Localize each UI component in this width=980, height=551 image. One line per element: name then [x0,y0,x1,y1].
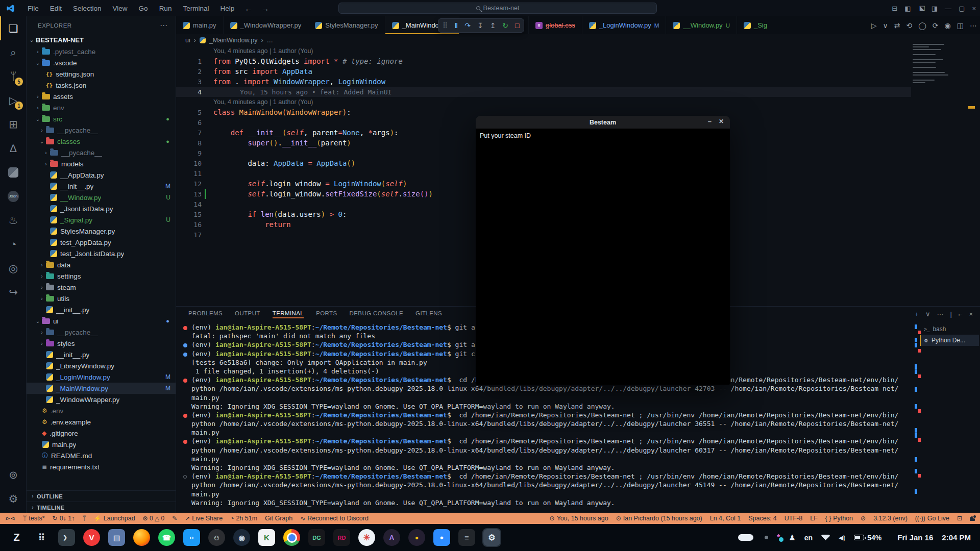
tree-item-tasks.json[interactable]: {} tasks.json [27,80,176,91]
tab-global.css[interactable]: #global.css [529,16,582,34]
breadcrumb[interactable]: ui›_MainWindow.py›… [176,34,980,46]
tree-item-classes[interactable]: ⌄ classes ● [27,136,176,147]
tree-item-_LibraryWindow.py[interactable]: _LibraryWindow.py [27,360,176,371]
step-into-icon[interactable]: ↧ [477,21,483,30]
taskbar-time[interactable]: 2:04 PM [942,533,971,542]
maximize-panel-icon[interactable]: ⌐ [959,310,963,318]
tree-item-env[interactable]: › env [27,102,176,113]
menu-go[interactable]: Go [133,5,154,12]
tab-main.py[interactable]: main.py [176,16,224,34]
status-python-interpreter[interactable]: 3.12.3 (env) [873,515,908,522]
tree-item-_JsonListData.py[interactable]: _JsonListData.py [27,203,176,214]
new-terminal-icon[interactable]: + [915,310,919,318]
status-git-sync[interactable]: ↻0↓ 1↑ [53,515,75,522]
run-python-file-icon[interactable]: ▷ [871,21,877,30]
python-icon[interactable] [0,160,27,184]
section-timeline[interactable]: ›TIMELINE [27,502,176,513]
krita-icon[interactable]: K [257,528,276,547]
show-apps-icon[interactable]: ⠿ [32,528,51,547]
json-icon[interactable]: Json [0,184,27,208]
status-session-time[interactable]: ◔2h 51m [230,515,257,522]
status-launchpad[interactable]: ⚡Launchpad [94,515,135,522]
tree-item-_MainWindow.py[interactable]: _MainWindow.py M [27,383,176,394]
status-notification-bell[interactable] [970,516,975,521]
next-change-icon[interactable]: ⟳ [933,21,939,30]
testing-icon[interactable]: ∆ [0,136,27,160]
toggle-panel-icon[interactable]: ◩ [917,5,925,11]
tree-item-_LoginWindow.py[interactable]: _LoginWindow.py M [27,371,176,383]
zorin-menu-icon[interactable]: Z [7,528,26,547]
customize-layout-icon[interactable]: ⊟ [892,5,897,12]
drag-handle-icon[interactable]: ⠿ [443,21,448,30]
nav-forward-icon[interactable]: → [257,4,274,13]
menu-run[interactable]: Run [154,5,178,12]
tree-item-README.md[interactable]: ⓘ README.md [27,450,176,461]
cookiecutter-icon[interactable]: ♨ [0,208,27,232]
status-live-share[interactable]: ↗Live Share [185,515,223,522]
status-git-graph[interactable]: Git Graph [265,515,292,522]
more-icon[interactable]: ⋯ [937,310,943,318]
status-discord-reconnect[interactable]: ∿Reconnect to Discord [300,515,369,522]
accessibility-icon[interactable]: ♟ [789,533,795,542]
tab-_LoginWindow.py[interactable]: _LoginWindow.py M [582,16,667,34]
terminal-instance-PythonDe[interactable]: ⚙Python De... [920,335,979,346]
besteam-content[interactable]: Put your steam ID [476,129,730,385]
tree-item-.pytest_cache[interactable]: › .pytest_cache [27,46,176,57]
tree-item-styles[interactable]: › styles [27,338,176,349]
tab-__Window.py[interactable]: __Window.py U [666,16,737,34]
tree-item-requirements.txt[interactable]: ≣ requirements.txt [27,461,176,472]
status-eol[interactable]: LF [810,515,818,522]
tree-item-test_AppData.py[interactable]: test_AppData.py [27,237,176,248]
status-screencast[interactable]: ⊡ [957,515,962,522]
tab-_Sig[interactable]: _Sig [737,16,770,34]
vscode-app-icon[interactable]: ‹› [182,528,201,547]
tree-item-assets[interactable]: › assets [27,91,176,102]
wifi-icon[interactable] [821,535,830,540]
close-panel-icon[interactable]: × [969,310,973,318]
more-actions-icon[interactable]: ⋯ [970,21,977,30]
files-app-icon[interactable]: ▤ [107,528,126,547]
panel-tab-gitlens[interactable]: GITLENS [415,310,442,317]
panel-tab-output[interactable]: OUTPUT [235,310,260,317]
share-icon[interactable]: ↪ [0,280,27,304]
volume-icon[interactable]: ◀) [839,534,845,541]
restart-icon[interactable]: ↻ [502,21,508,30]
besteam-minimize-icon[interactable]: – [708,117,712,125]
discord-icon[interactable]: ☺ [207,528,226,547]
keyboard-layout[interactable]: en [804,534,813,542]
tweaks-app-icon[interactable]: ≡ [457,528,476,547]
tree-item-__init__.py[interactable]: __init__.py [27,349,176,360]
gitlens-compare-icon[interactable]: ◯ [918,21,926,30]
tree-item-utils[interactable]: › utils [27,293,176,304]
panel-tab-debug-console[interactable]: DEBUG CONSOLE [350,310,404,317]
menu-file[interactable]: File [22,5,44,12]
status-disabled-icon[interactable]: ⊘ [861,515,866,522]
tab-StylesManager.py[interactable]: StylesManager.py [308,16,385,34]
explorer-icon[interactable]: ❏ [0,16,27,40]
status-pen[interactable]: ✎ [172,515,177,522]
status-indentation[interactable]: Spaces: 4 [748,515,777,522]
chrome-icon[interactable] [282,528,301,547]
tree-item-main.py[interactable]: main.py [27,439,176,450]
panel-tab-problems[interactable]: PROBLEMS [188,310,223,317]
besteam-close-icon[interactable]: ✕ [719,118,724,125]
menu-help[interactable]: Help [214,5,240,12]
profile-icon[interactable]: ◔ [0,232,27,256]
tree-item-test_JsonListData.py[interactable]: test_JsonListData.py [27,248,176,259]
terminal-scrollbar[interactable] [914,323,923,510]
menu-terminal[interactable]: Terminal [177,5,214,12]
split-editor-icon[interactable]: ◫ [957,21,964,30]
tree-item-.gitignore[interactable]: ◆ .gitignore [27,428,176,439]
vivaldi-icon[interactable]: V [82,528,101,547]
run-dropdown-icon[interactable]: ∨ [883,21,888,30]
tree-item-data[interactable]: › data [27,259,176,270]
run-or-debug-icon[interactable]: ◉ [945,21,951,30]
datagrip-icon[interactable]: DG [307,528,326,547]
explorer-more-icon[interactable]: ⋯ [160,21,167,30]
tree-item-_WindowWrapper.py[interactable]: _WindowWrapper.py [27,394,176,405]
tree-item-.vscode[interactable]: ⌄ .vscode [27,57,176,68]
status-problems[interactable]: ⊗ 0 △ 0 [143,515,165,522]
panel-tab-terminal[interactable]: TERMINAL [273,310,304,317]
status-go-live[interactable]: ((·))Go Live [915,515,949,522]
code-runner-icon[interactable]: ◎ [0,256,27,280]
